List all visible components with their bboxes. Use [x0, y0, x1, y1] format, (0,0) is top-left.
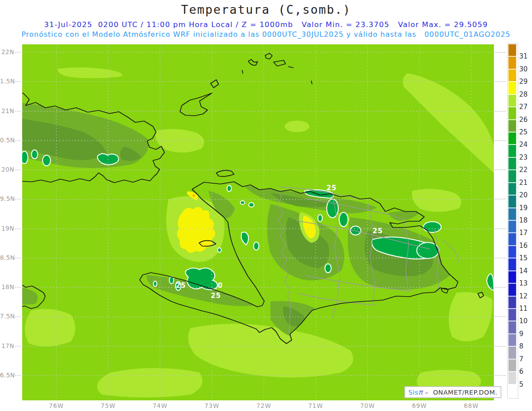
contour-label: 25: [327, 184, 337, 192]
colorbar-segment: [508, 309, 516, 321]
lat-tick-label: 0.5N: [0, 137, 14, 144]
colorbar-segment: [508, 372, 516, 384]
colorbar-tick-label: 16: [519, 242, 532, 250]
gridline-stub-right: [495, 81, 505, 82]
colorbar-tick-label: 13: [519, 279, 532, 287]
colorbar-tick-label: 11: [519, 305, 532, 313]
colorbar-tick-label: 6: [519, 368, 532, 376]
gridline-stub-left: [15, 346, 21, 347]
lat-tick-label: 9.5N: [0, 195, 14, 202]
gridline-stub-left: [15, 199, 21, 200]
colorbar-segment: [508, 94, 516, 107]
gridline-stub-left: [15, 169, 21, 170]
lat-tick-label: 7.5N: [0, 313, 14, 320]
colorbar-tick-label: 27: [519, 103, 532, 111]
colorbar-tick-label: 19: [519, 204, 532, 212]
colorbar-tick-label: 18: [519, 216, 532, 224]
colorbar-segment: [508, 296, 516, 309]
colorbar-tick-label: 29: [519, 78, 532, 86]
colorbar-segment: [508, 56, 516, 69]
colorbar-tick-label: 10: [519, 317, 532, 325]
contour-label: 25: [176, 282, 186, 290]
contour-label: 0: [218, 282, 223, 290]
lat-tick-label: 21N: [0, 107, 14, 114]
gridline-stub-right: [495, 111, 505, 112]
subtitle-model-info: Pronóstico con el Modelo Atmósferico WRF…: [0, 30, 532, 39]
colorbar-segment: [508, 120, 516, 132]
colorbar-segment: [508, 233, 516, 245]
colorbar-tick-label: 21: [519, 179, 532, 187]
colorbar-segment: [508, 359, 516, 372]
colorbar-tick-label: 15: [519, 254, 532, 262]
lat-tick-label: 18N: [0, 283, 14, 290]
lon-tick-label: 75W: [98, 402, 118, 409]
colorbar-segment: [508, 195, 516, 207]
attribution-org: – ONAMET/REP.DOM.: [423, 389, 497, 396]
gridline-stub-right: [495, 52, 505, 53]
colorbar-tick-label: 8: [519, 342, 532, 350]
lon-tick-label: 76W: [47, 402, 66, 409]
lon-tick-label: 68W: [462, 402, 481, 409]
gridline-stub-left: [15, 316, 21, 317]
sispi-logo-text: Sis: [408, 389, 418, 396]
colorbar-segment: [508, 246, 516, 258]
colorbar-tick-label: 9: [519, 330, 532, 338]
colorbar-tick-label: 12: [519, 292, 532, 300]
colorbar-segment: [508, 132, 516, 145]
lat-tick-label: 1.5N: [0, 78, 14, 85]
gridline-stub-right: [495, 316, 505, 317]
colorbar-segment: [508, 82, 516, 94]
gridline-stub-right: [495, 169, 505, 170]
colorbar-tick-label: 17: [519, 229, 532, 237]
lat-tick-label: 20N: [0, 166, 14, 173]
gridline-stub-left: [15, 287, 21, 288]
gridline-stub-left: [15, 52, 21, 53]
colorbar-tick-label: 30: [519, 65, 532, 73]
lon-tick-label: 71W: [306, 402, 325, 409]
colorbar-tick-label: 26: [519, 116, 532, 124]
colorbar-segment: [508, 44, 516, 56]
lat-tick-label: 19N: [0, 225, 14, 232]
subtitle-validtime: 31-Jul-2025 0200 UTC / 11:00 pm Hora Loc…: [0, 20, 532, 29]
colorbar-segment: [508, 107, 516, 119]
gridline-stub-left: [15, 228, 21, 229]
colorbar-segment: [508, 220, 516, 233]
gridline-stub-right: [495, 140, 505, 141]
orange-hotspot: [193, 195, 195, 197]
lon-tick-label: 73W: [202, 402, 222, 409]
colorbar-segment: [508, 145, 516, 157]
colorbar-segment: [508, 334, 516, 346]
lat-tick-label: 6.5N: [0, 372, 14, 379]
lat-tick-label: 8.5N: [0, 254, 14, 261]
lon-tick-label: 74W: [150, 402, 170, 409]
colorbar-segment: [508, 346, 516, 359]
colorbar-tick-label: 23: [519, 153, 532, 161]
gridline-stub-left: [15, 258, 21, 258]
attribution-box: Sisπ – ONAMET/REP.DOM.: [404, 386, 501, 398]
lon-tick-label: 69W: [410, 402, 429, 409]
gridline-stub-left: [15, 375, 21, 376]
gridline-stub-right: [495, 346, 505, 347]
pi-symbol: π: [418, 388, 422, 396]
lon-tick-label: 72W: [254, 402, 274, 409]
gridline-stub-right: [495, 375, 505, 376]
lon-tick-label: 70W: [358, 402, 377, 409]
lat-tick-label: 22N: [0, 48, 14, 55]
temperature-contour-map: [22, 44, 494, 400]
colorbar-segment: [508, 157, 516, 170]
gridline-stub-right: [495, 199, 505, 200]
lat-tick-label: 17N: [0, 342, 14, 349]
colorbar-segment: [508, 283, 516, 296]
colorbar-segment: [508, 384, 516, 397]
colorbar-tick-label: 22: [519, 166, 532, 174]
contour-label: 25: [211, 292, 221, 300]
colorbar-segment: [508, 183, 516, 195]
colorbar-tick-label: 31: [519, 52, 532, 60]
colorbar-tick-label: 5: [519, 380, 532, 388]
page-title: Temperatura (C,somb.): [0, 3, 532, 16]
gridline-stub-left: [15, 140, 21, 141]
colorbar-tick-label: 7: [519, 355, 532, 363]
colorbar-segment: [508, 170, 516, 182]
colorbar-tick-label: 20: [519, 191, 532, 199]
colorbar-tick-label: 24: [519, 141, 532, 149]
